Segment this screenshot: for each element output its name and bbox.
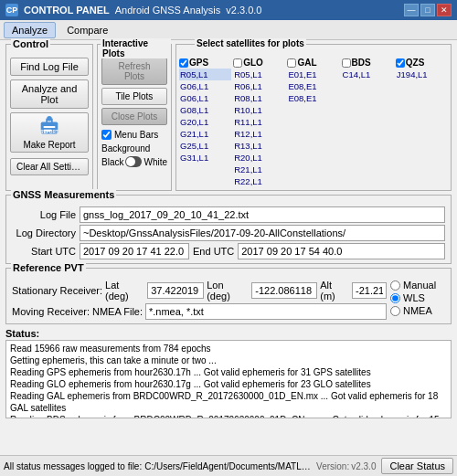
gps-item[interactable]: G31,L1 [179,152,231,164]
glo-item[interactable]: R21,L1 [233,164,285,175]
minimize-button[interactable]: — [404,4,419,16]
svg-rect-4 [44,126,56,128]
glo-item[interactable]: R06,L1 [233,80,285,92]
maximize-button[interactable]: □ [420,4,435,16]
satellite-section-label: Select satellites for plots [195,38,306,48]
satellite-columns: GPS R05,L1 G06,L1 G06,L1 G08,L1 G20,L1 G… [179,58,448,187]
tile-plots-button[interactable]: Tile Plots [101,88,167,105]
svg-rect-3 [51,119,53,123]
status-title: Status: [5,328,452,339]
toggle-thumb [126,157,135,166]
gps-item[interactable]: G08,L1 [179,104,231,116]
clear-all-settings-button[interactable]: Clear All Settings [10,158,89,175]
end-utc-input[interactable] [238,243,445,259]
glo-item[interactable]: R20,L1 [233,152,285,164]
qzs-checkbox[interactable] [396,58,405,68]
glo-item[interactable]: R05,L1 [233,69,285,80]
gps-item[interactable]: G25,L1 [179,140,231,152]
alt-input[interactable] [352,282,387,299]
alt-label: Alt (m) [320,280,349,301]
bds-label: BDS [352,58,371,68]
make-report-button[interactable]: REPORT Make Report [10,112,89,153]
status-section: Status: Read 15966 raw measurements from… [5,328,452,418]
wls-radio-row: WLS [390,292,445,303]
gps-item[interactable]: G06,L1 [179,80,231,92]
log-file-input[interactable] [80,206,445,223]
lat-input[interactable] [147,282,204,299]
lon-input[interactable] [251,282,317,299]
background-toggle[interactable] [125,156,142,167]
gps-item[interactable]: G06,L1 [179,92,231,104]
pvt-left: Stationary Receiver: Lat (deg) Lon (deg)… [12,280,387,320]
gal-items: E01,E1 E08,E1 E08,E1 [287,69,339,104]
nmea-radio-row: NMEA [390,305,445,316]
version-title: v2.3.0.0 [226,5,261,16]
close-button[interactable]: ✕ [437,4,452,16]
menu-bars-checkbox[interactable] [101,130,112,140]
sat-col-bds: BDS C14,L1 [342,58,394,187]
menu-bar: Analyze Compare [0,20,457,40]
lat-label: Lat (deg) [105,280,144,301]
version-bottom-value: v2.3.0 [351,461,376,471]
clear-status-button[interactable]: Clear Status [381,458,453,474]
background-label: Background [101,143,150,153]
menu-compare[interactable]: Compare [59,23,115,37]
log-file-path: C:/Users/FieldAgent/Documents/MATLABstat… [144,461,316,471]
status-line: Read 15966 raw measurements from 784 epo… [10,343,447,354]
gnss-measurements-section: GNSS Measurements Log File Log Directory… [5,195,452,264]
gal-item[interactable]: E01,E1 [287,69,339,80]
status-line: Reading BDS ephemeris from BRDC00WRD_R_2… [10,414,447,418]
black-label: Black [101,157,123,167]
start-utc-input[interactable] [80,243,189,259]
glo-checkbox[interactable] [233,58,242,68]
gps-items: R05,L1 G06,L1 G06,L1 G08,L1 G20,L1 G21,L… [179,69,231,164]
nmea-radio[interactable] [390,306,400,316]
find-log-button[interactable]: Find Log File [10,58,89,76]
pvt-content: Stationary Receiver: Lat (deg) Lon (deg)… [12,280,445,320]
log-dir-label: Log Directory [12,227,76,238]
glo-item[interactable]: R10,L1 [233,104,285,116]
glo-item[interactable]: R11,L1 [233,116,285,128]
status-content[interactable]: Read 15966 raw measurements from 784 epo… [5,340,452,418]
log-file-label: Log File [12,209,76,220]
log-dir-input[interactable] [80,225,445,241]
refresh-plots-button[interactable]: Refresh Plots [101,58,167,85]
manual-radio[interactable] [390,280,400,291]
gal-checkbox[interactable] [287,58,296,68]
make-report-icon: REPORT [37,115,62,139]
bds-checkbox[interactable] [342,58,351,68]
analyze-plot-button[interactable]: Analyze and Plot [10,79,89,109]
gps-item[interactable]: G21,L1 [179,128,231,140]
glo-item[interactable]: R08,L1 [233,92,285,104]
title-bar-left: CP CONTROL PANEL Android GNSS Analysis v… [5,4,261,16]
qzs-label: QZS [406,58,425,68]
moving-label: Moving Receiver: [12,306,90,317]
status-line: Reading GLO ephemeris from hour2630.17g … [10,378,447,390]
status-line: Getting ephemeris, this can take a minut… [10,354,447,366]
manual-radio-label: Manual [403,280,436,291]
qzs-items: J194,L1 [396,69,448,80]
nmea-radio-label: NMEA [403,305,432,316]
wls-radio[interactable] [390,293,400,303]
title-bar: CP CONTROL PANEL Android GNSS Analysis v… [0,0,457,20]
gps-item[interactable]: R05,L1 [179,69,231,80]
glo-item[interactable]: R13,L1 [233,140,285,152]
sat-col-gps: GPS R05,L1 G06,L1 G06,L1 G08,L1 G20,L1 G… [179,58,231,187]
glo-item[interactable]: R12,L1 [233,128,285,140]
white-label: White [143,157,167,167]
gal-item[interactable]: E08,E1 [287,92,339,104]
gps-checkbox[interactable] [179,58,188,68]
moving-row: Moving Receiver: NMEA File: [12,303,387,320]
bds-item[interactable]: C14,L1 [342,69,394,80]
gal-item[interactable]: E08,E1 [287,80,339,92]
stationary-row: Stationary Receiver: Lat (deg) Lon (deg)… [12,280,387,301]
menu-analyze[interactable]: Analyze [4,22,56,38]
qzs-item[interactable]: J194,L1 [396,69,448,80]
close-plots-button[interactable]: Close Plots [101,108,167,125]
glo-item[interactable]: R22,L1 [233,175,285,187]
nmea-file-input[interactable] [145,303,387,320]
reference-pvt-section: Reference PVT Stationary Receiver: Lat (… [5,268,452,324]
bds-items: C14,L1 [342,69,394,80]
gps-item[interactable]: G20,L1 [179,116,231,128]
svg-rect-2 [46,119,48,123]
